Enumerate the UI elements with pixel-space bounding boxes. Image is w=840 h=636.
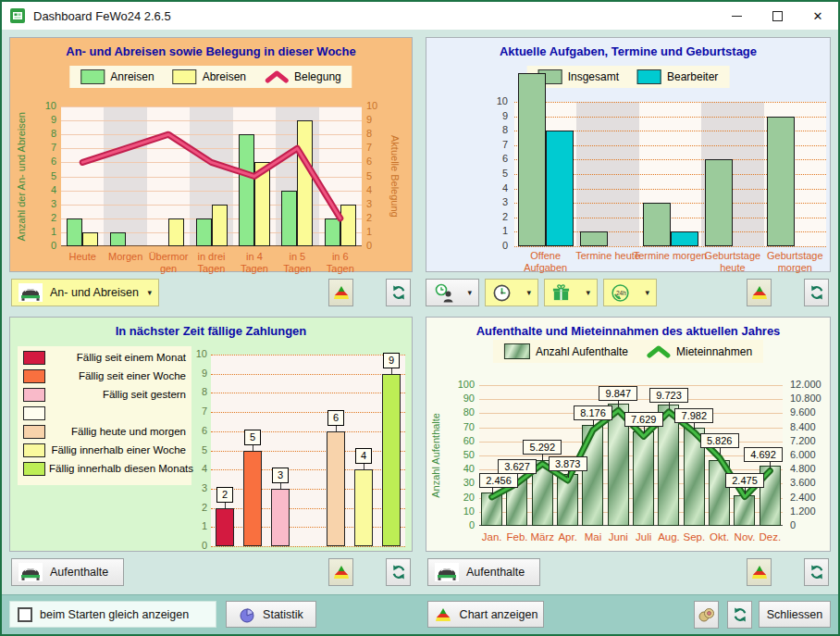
payment-bar <box>271 489 290 546</box>
value-label: 3 <box>272 468 289 483</box>
titlebar: Dashboard FeWo24 2.6.5 ✕ <box>2 2 838 30</box>
coins-icon <box>698 607 716 622</box>
bed-icon <box>435 563 459 581</box>
legend-item: Anzahl Aufenthalte <box>504 343 628 359</box>
y-tick-left: 0 <box>36 240 56 251</box>
value-label: 4 <box>355 448 372 464</box>
panel-payments: In nächster Zeit fällige Zahlungen Fälli… <box>9 317 413 552</box>
y-tick: 0 <box>486 240 508 251</box>
bar-insgesamt <box>643 203 671 246</box>
birthdays-dropdown-button[interactable]: ▾ <box>544 279 598 306</box>
grid-line <box>514 102 826 103</box>
statistik-button[interactable]: Statistik <box>226 601 316 628</box>
y-tick-right: 8.400 <box>790 421 816 432</box>
refresh-button[interactable] <box>386 558 411 586</box>
plot-area: 2.4563.6275.2923.8738.1769.8477.6299.723… <box>479 385 783 526</box>
maximize-button[interactable] <box>757 2 797 30</box>
close-icon: ✕ <box>813 9 823 23</box>
quadrant-payments: In nächster Zeit fällige Zahlungen Fälli… <box>9 317 413 588</box>
legend-swatch <box>173 69 197 84</box>
panel-title: Aktuelle Aufgaben, Termine und Geburtsta… <box>426 44 830 58</box>
y-tick-left: 0 <box>451 519 475 530</box>
refresh-button[interactable] <box>804 279 829 306</box>
pyramid-chart-button[interactable] <box>747 279 772 306</box>
refresh-icon <box>809 284 825 301</box>
x-label: in 5 Tagen <box>276 251 318 274</box>
y-tick-right: 3 <box>366 198 387 209</box>
app-icon <box>9 7 26 24</box>
mieteinnahmen-line <box>479 385 783 526</box>
minimize-button[interactable] <box>716 2 757 30</box>
value-label: 9.723 <box>649 388 688 403</box>
chart-legend: Anzahl AufenthalteMieteinnahmen <box>493 340 763 363</box>
y-tick: 5 <box>486 168 508 179</box>
y-tick-left: 30 <box>451 477 475 488</box>
value-label-tick <box>720 448 721 455</box>
dropdown-arrow-icon: ▾ <box>147 288 152 297</box>
dropdown-arrow-icon: ▾ <box>586 288 590 297</box>
quadrant-revenue: Aufenthalte und Mieteinnahmen des aktuel… <box>426 317 831 588</box>
payment-bar <box>216 508 234 546</box>
pyramid-icon <box>750 284 769 301</box>
value-label: 2 <box>216 487 233 503</box>
payments-legend: Fällig seit einem MonatFällig seit einer… <box>18 346 191 485</box>
x-label: Heute <box>61 251 104 263</box>
value-label-tick <box>669 403 670 409</box>
phone-dropdown-button[interactable]: 24h ▾ <box>603 279 657 306</box>
statistik-label: Statistik <box>263 608 303 621</box>
svg-text:24h: 24h <box>616 289 626 295</box>
value-label: 8.176 <box>574 405 612 420</box>
stays-button-label: Aufenthalte <box>50 566 108 579</box>
startup-checkbox[interactable] <box>18 607 32 622</box>
x-label: Juni <box>606 531 631 542</box>
chart-anzeigen-button[interactable]: Chart anzeigen <box>427 601 544 628</box>
maximize-icon <box>772 11 783 21</box>
panel-tasks: Aktuelle Aufgaben, Termine und Geburtsta… <box>426 37 831 272</box>
chart-legend: AnreisenAbreisenBelegung <box>69 66 352 88</box>
pyramid-chart-button[interactable] <box>328 558 353 586</box>
legend-item: Insgesamt <box>538 69 619 84</box>
refresh-icon <box>809 564 825 580</box>
y-tick-right: 0 <box>366 240 387 251</box>
y-tick-right: 7.200 <box>790 435 816 446</box>
legend-label: Fällig innerhalb diesen Monats <box>49 460 186 478</box>
grid-line <box>514 246 826 247</box>
close-button[interactable]: ✕ <box>797 2 838 30</box>
y-tick-left: 90 <box>451 393 475 404</box>
tasks-dropdown-button[interactable]: ▾ <box>426 279 479 306</box>
pyramid-chart-button[interactable] <box>747 558 772 586</box>
grid-line <box>211 469 405 470</box>
legend-label: Fällig seit gestern <box>49 386 186 404</box>
grid-line <box>211 546 405 547</box>
refresh-icon <box>732 606 748 623</box>
refresh-button[interactable] <box>804 558 829 586</box>
stays-button-right[interactable]: Aufenthalte <box>427 558 540 586</box>
value-label-tick <box>644 427 645 433</box>
y-tick-left: 7 <box>36 142 56 153</box>
arrivals-dropdown-button[interactable]: An- und Abreisen ▾ <box>11 279 159 306</box>
refresh-button[interactable] <box>386 279 411 306</box>
value-label-tick <box>225 503 226 508</box>
y-tick-right: 8 <box>366 128 387 139</box>
grid-line <box>211 393 405 393</box>
appointments-dropdown-button[interactable]: ▾ <box>485 279 538 306</box>
refresh-button-bottom[interactable] <box>727 601 752 629</box>
pyramid-icon <box>434 606 452 623</box>
stays-button-left[interactable]: Aufenthalte <box>11 558 124 586</box>
bar-insgesamt <box>518 73 546 246</box>
legend-swatch <box>23 425 45 439</box>
pie-chart-icon <box>239 606 255 623</box>
value-label: 7.629 <box>624 412 663 427</box>
schliessen-button[interactable]: Schliessen <box>759 601 831 628</box>
bar-insgesamt <box>767 117 795 246</box>
value-label: 9 <box>383 353 400 368</box>
y-tick-left: 4 <box>36 184 56 195</box>
pyramid-chart-button[interactable] <box>328 279 353 306</box>
dropdown-arrow-icon: ▾ <box>467 288 472 297</box>
legend-row: Fällig innerhalb einer Woche <box>18 442 191 460</box>
button-row-payments: Aufenthalte <box>9 556 413 588</box>
startup-checkbox-strip: beim Starten gleich anzeigen <box>9 601 216 628</box>
x-label: Juli <box>631 531 656 542</box>
coins-button[interactable] <box>694 601 719 629</box>
legend-swatch <box>23 406 45 420</box>
